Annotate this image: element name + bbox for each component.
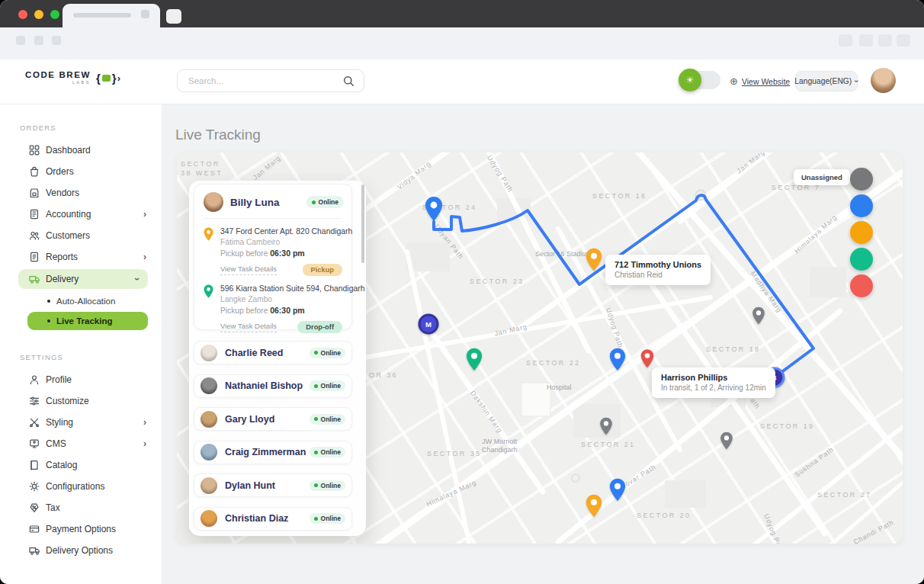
search-bar <box>177 69 364 92</box>
brand-name: CODE BREW <box>25 70 91 79</box>
driver-list-item[interactable]: Nathaniel Bishop Online <box>194 374 352 398</box>
active-driver-card[interactable]: Billy Luna Online 347 Ford Center Apt. 8… <box>194 184 352 330</box>
reload-button[interactable] <box>52 36 61 45</box>
forward-button[interactable] <box>34 36 43 45</box>
sidebar-item-styling[interactable]: Styling › <box>0 412 162 433</box>
new-tab-button[interactable] <box>166 9 181 24</box>
driver-marker[interactable]: M <box>419 314 439 335</box>
online-dot-icon <box>312 201 316 204</box>
view-task-details-link[interactable]: View Task Details <box>220 322 277 332</box>
sidebar-item-vendors[interactable]: Vendors <box>0 182 162 204</box>
toolbar-action-3[interactable] <box>878 34 892 47</box>
minimize-window-button[interactable] <box>34 10 43 19</box>
chevron-right-icon: › <box>143 252 146 262</box>
customers-icon <box>29 230 46 241</box>
user-avatar[interactable] <box>871 68 896 93</box>
sidebar-item-payment-options[interactable]: Payment Options <box>0 518 162 540</box>
map-canvas[interactable]: SECTOR 38 WESTSECTOR 24SECTOR 23SECTOR 1… <box>177 152 903 544</box>
dashboard-icon <box>29 145 46 156</box>
sidebar-item-profile[interactable]: Profile <box>0 369 162 390</box>
toolbar-action-2[interactable] <box>859 34 873 47</box>
sidebar-item-accounting[interactable]: Accounting › <box>0 204 162 225</box>
credit-card-icon <box>29 524 46 534</box>
map-pin-icon[interactable] <box>752 306 765 325</box>
page-title: Live Tracking <box>175 127 261 143</box>
sidebar-item-configurations[interactable]: Configurations <box>0 476 162 497</box>
cluster-badge[interactable]: 1 <box>850 274 873 297</box>
toolbar-action-4[interactable] <box>897 34 910 47</box>
toolbar-action-1[interactable] <box>839 34 852 47</box>
driver-avatar <box>201 444 217 460</box>
status-badge: Online <box>310 348 345 358</box>
task-contact: Fátima Cambeiro <box>220 238 342 246</box>
panel-scrollbar[interactable] <box>361 185 364 263</box>
sidebar-item-orders[interactable]: Orders <box>0 161 162 182</box>
driver-list-item[interactable]: Christian Diaz Online <box>194 507 352 531</box>
chevron-right-icon: › <box>143 209 146 220</box>
search-icon[interactable] <box>343 75 355 87</box>
theme-toggle[interactable]: ☀ <box>681 71 720 89</box>
zoom-window-button[interactable] <box>50 10 59 19</box>
driver-list-item[interactable]: Charlie Reed Online <box>194 341 352 364</box>
map-pin-icon[interactable] <box>586 248 602 271</box>
map-pin-icon[interactable] <box>609 478 626 502</box>
sidebar-item-catalog[interactable]: Catalog <box>0 454 162 476</box>
bullet-icon <box>47 300 50 303</box>
task-address: 347 Ford Center Apt. 820 Chandigarh <box>220 227 342 236</box>
order-tooltip: 712 Timmothy Unions Christian Reid <box>605 255 711 285</box>
unassigned-tooltip: Unassigned <box>794 169 850 185</box>
sidebar-item-reports[interactable]: Reports › <box>0 246 162 268</box>
view-task-details-link[interactable]: View Task Details <box>220 265 277 275</box>
map-pin-icon[interactable] <box>600 417 613 435</box>
sidebar-section-settings: SETTINGS <box>20 353 162 361</box>
status-badge: Online <box>310 414 345 425</box>
task-dropoff: 596 Kiarra Station Suite 594, Chandigarh… <box>194 276 351 333</box>
driver-list-item[interactable]: Gary Lloyd Online <box>194 407 352 431</box>
cluster-badge[interactable]: 5 <box>850 168 873 191</box>
sidebar-item-delivery-options[interactable]: Delivery Options <box>0 540 162 561</box>
cluster-badge[interactable]: 3 <box>850 194 873 217</box>
language-dropdown[interactable]: Language(ENG) › <box>795 71 858 91</box>
driver-list-item[interactable]: Craig Zimmerman Online <box>194 441 352 464</box>
sidebar-item-auto-allocation[interactable]: Auto-Allocation <box>0 290 162 312</box>
map-pin-icon[interactable] <box>720 432 733 450</box>
driver-avatar <box>201 411 217 428</box>
brand-logo[interactable]: CODE BREW LABS { } › <box>25 70 120 85</box>
sidebar-item-delivery[interactable]: Delivery › <box>18 269 148 289</box>
sidebar-item-cms[interactable]: CMS › <box>0 433 162 454</box>
truck-icon <box>29 546 46 556</box>
cluster-badge[interactable]: 6 <box>850 221 873 244</box>
map-pin-icon[interactable] <box>609 348 626 371</box>
close-window-button[interactable] <box>18 10 27 19</box>
task-address: 596 Kiarra Station Suite 594, Chandigarh <box>220 284 342 293</box>
report-icon <box>29 252 46 262</box>
search-input[interactable] <box>187 75 343 86</box>
cluster-badge[interactable]: 10 <box>850 248 873 271</box>
sidebar-section-orders: ORDERS <box>20 124 162 132</box>
map-pin-icon[interactable] <box>466 348 483 371</box>
driver-name: Dylan Hunt <box>225 480 275 491</box>
storefront-icon <box>29 188 46 198</box>
driver-list-item[interactable]: Dylan Hunt Online <box>194 473 352 497</box>
profile-icon <box>29 374 46 385</box>
back-button[interactable] <box>16 36 25 45</box>
driver-avatar <box>201 345 217 361</box>
sidebar-item-dashboard[interactable]: Dashboard <box>0 140 162 161</box>
status-badge: Online <box>310 513 345 524</box>
map-pin-icon[interactable] <box>425 196 443 222</box>
sidebar-item-customize[interactable]: Customize <box>0 390 162 412</box>
driver-name: Billy Luna <box>230 197 280 208</box>
calculator-icon <box>29 209 46 220</box>
view-website-link[interactable]: ⊕ View Website <box>730 75 790 87</box>
task-contact: Langke Zambo <box>220 295 342 303</box>
browser-tab[interactable] <box>63 4 160 27</box>
sidebar-item-tax[interactable]: Tax <box>0 497 162 518</box>
map-pin-icon[interactable] <box>586 494 602 518</box>
sidebar-item-customers[interactable]: Customers <box>0 225 162 246</box>
pickup-pin-icon <box>204 227 213 244</box>
driver-name: Christian Diaz <box>225 513 288 524</box>
driver-panel: Billy Luna Online 347 Ford Center Apt. 8… <box>189 181 366 536</box>
map-pin-icon[interactable] <box>640 349 654 369</box>
sidebar-item-live-tracking[interactable]: Live Tracking <box>27 312 148 330</box>
browser-window: CODE BREW LABS { } › ☀ ⊕ View Website La… <box>0 0 924 584</box>
